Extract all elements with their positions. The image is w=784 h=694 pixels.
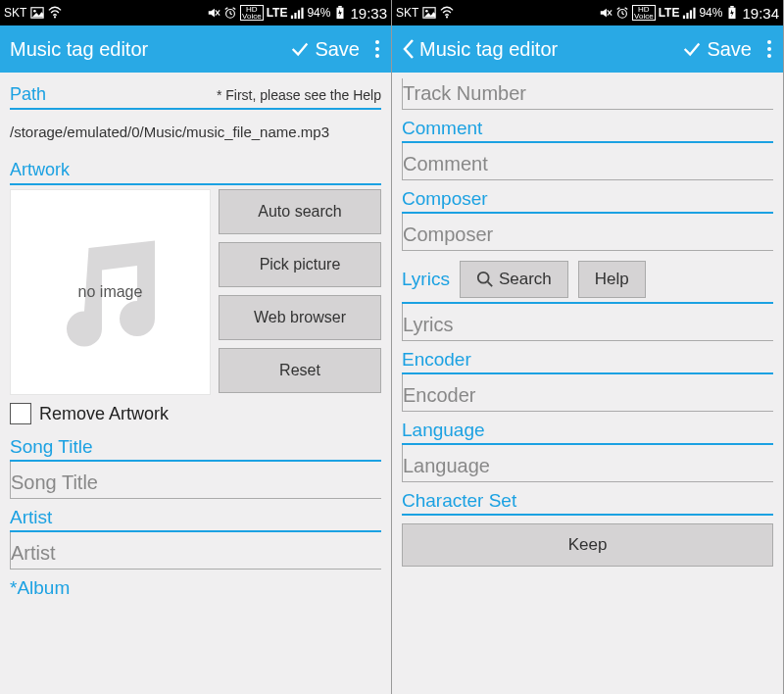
svg-line-9 bbox=[233, 8, 236, 10]
svg-line-33 bbox=[488, 282, 493, 287]
svg-rect-12 bbox=[298, 10, 300, 19]
song-title-label: Song Title bbox=[10, 434, 381, 462]
artist-input[interactable]: Artist bbox=[10, 532, 381, 570]
carrier-label: SKT bbox=[396, 6, 418, 20]
save-label: Save bbox=[707, 38, 752, 61]
screen-left: SKT HDVoice LTE 94% 19:33 Music tag edit… bbox=[0, 0, 392, 694]
pick-picture-button[interactable]: Pick picture bbox=[219, 242, 381, 287]
composer-label: Composer bbox=[402, 186, 773, 214]
save-button[interactable]: Save bbox=[289, 38, 360, 61]
svg-point-32 bbox=[478, 273, 489, 283]
battery-pct: 94% bbox=[307, 6, 330, 20]
carrier-label: SKT bbox=[4, 6, 26, 20]
svg-point-1 bbox=[33, 10, 36, 13]
checkmark-icon bbox=[681, 38, 703, 60]
svg-point-2 bbox=[54, 16, 56, 18]
path-value: /storage/emulated/0/Music/music_file_nam… bbox=[10, 110, 381, 154]
status-bar: SKT HDVoice LTE 94% 19:34 bbox=[392, 0, 783, 25]
svg-line-23 bbox=[622, 14, 624, 15]
battery-icon bbox=[333, 6, 347, 20]
page-title: Music tag editor bbox=[10, 38, 148, 61]
picture-icon bbox=[422, 6, 436, 20]
alarm-icon bbox=[223, 6, 237, 20]
lyrics-row: Lyrics Search Help bbox=[402, 261, 773, 298]
battery-pct: 94% bbox=[699, 6, 722, 20]
help-note: * First, please see the Help bbox=[217, 87, 381, 103]
clock: 19:34 bbox=[742, 5, 779, 22]
remove-artwork-checkbox[interactable] bbox=[10, 403, 31, 424]
content-right: Track Number Comment Comment Composer Co… bbox=[392, 73, 783, 694]
comment-input[interactable]: Comment bbox=[402, 143, 773, 180]
svg-rect-13 bbox=[302, 8, 304, 19]
lte-label: LTE bbox=[267, 6, 288, 20]
alarm-icon bbox=[615, 6, 629, 20]
svg-point-18 bbox=[446, 16, 448, 18]
app-header: Music tag editor Save bbox=[0, 25, 391, 73]
auto-search-button[interactable]: Auto search bbox=[219, 189, 381, 234]
no-image-label: no image bbox=[78, 283, 143, 301]
battery-icon bbox=[725, 6, 739, 20]
remove-artwork-label: Remove Artwork bbox=[39, 404, 169, 424]
artwork-section-header: Artwork bbox=[10, 154, 381, 185]
hd-voice-icon: HDVoice bbox=[240, 5, 264, 21]
track-number-input[interactable]: Track Number bbox=[402, 78, 773, 110]
language-input[interactable]: Language bbox=[402, 445, 773, 482]
signal-icon bbox=[290, 6, 304, 20]
path-label: Path bbox=[10, 84, 46, 105]
album-label: Album bbox=[10, 575, 381, 601]
back-button[interactable] bbox=[402, 38, 416, 60]
encoder-input[interactable]: Encoder bbox=[402, 374, 773, 412]
svg-rect-15 bbox=[339, 6, 343, 8]
lyrics-search-label: Search bbox=[499, 270, 552, 289]
lyrics-help-button[interactable]: Help bbox=[578, 261, 646, 298]
svg-point-17 bbox=[425, 10, 428, 13]
lyrics-search-button[interactable]: Search bbox=[460, 261, 568, 298]
page-title: Music tag editor bbox=[419, 38, 558, 61]
svg-rect-11 bbox=[295, 13, 297, 19]
lyrics-input[interactable]: Lyrics bbox=[402, 304, 773, 341]
svg-line-7 bbox=[230, 14, 232, 15]
wifi-icon bbox=[48, 6, 62, 20]
svg-rect-28 bbox=[690, 10, 692, 19]
search-icon bbox=[476, 271, 494, 288]
wifi-icon bbox=[440, 6, 454, 20]
clock: 19:33 bbox=[350, 5, 387, 22]
mute-icon bbox=[599, 6, 612, 20]
save-label: Save bbox=[315, 38, 360, 61]
web-browser-button[interactable]: Web browser bbox=[219, 295, 381, 340]
artist-label: Artist bbox=[10, 505, 381, 532]
svg-rect-31 bbox=[731, 6, 735, 8]
path-section-header: Path * First, please see the Help bbox=[10, 78, 381, 110]
charset-label: Character Set bbox=[402, 488, 773, 516]
language-label: Language bbox=[402, 418, 773, 445]
svg-line-25 bbox=[625, 8, 628, 10]
status-bar: SKT HDVoice LTE 94% 19:33 bbox=[0, 0, 391, 25]
checkmark-icon bbox=[289, 38, 311, 60]
mute-icon bbox=[207, 6, 220, 20]
song-title-input[interactable]: Song Title bbox=[10, 462, 381, 499]
lte-label: LTE bbox=[659, 6, 680, 20]
comment-label: Comment bbox=[402, 116, 773, 143]
charset-keep-button[interactable]: Keep bbox=[402, 523, 773, 567]
svg-line-8 bbox=[225, 8, 228, 10]
hd-voice-icon: HDVoice bbox=[632, 5, 656, 21]
artwork-preview[interactable]: no image bbox=[10, 189, 211, 395]
signal-icon bbox=[682, 6, 696, 20]
composer-input[interactable]: Composer bbox=[402, 214, 773, 251]
picture-icon bbox=[30, 6, 44, 20]
overflow-menu-button[interactable] bbox=[371, 36, 383, 62]
save-button[interactable]: Save bbox=[681, 38, 752, 61]
content-left: Path * First, please see the Help /stora… bbox=[0, 73, 391, 694]
svg-rect-29 bbox=[694, 8, 696, 19]
lyrics-label: Lyrics bbox=[402, 269, 450, 290]
app-header: Music tag editor Save bbox=[392, 25, 783, 73]
reset-button[interactable]: Reset bbox=[219, 348, 381, 393]
screen-right: SKT HDVoice LTE 94% 19:34 Music tag edit… bbox=[392, 0, 784, 694]
overflow-menu-button[interactable] bbox=[763, 36, 775, 62]
svg-rect-27 bbox=[687, 13, 689, 19]
encoder-label: Encoder bbox=[402, 347, 773, 374]
svg-rect-26 bbox=[683, 16, 685, 20]
svg-line-24 bbox=[617, 8, 620, 10]
svg-rect-10 bbox=[291, 16, 293, 20]
